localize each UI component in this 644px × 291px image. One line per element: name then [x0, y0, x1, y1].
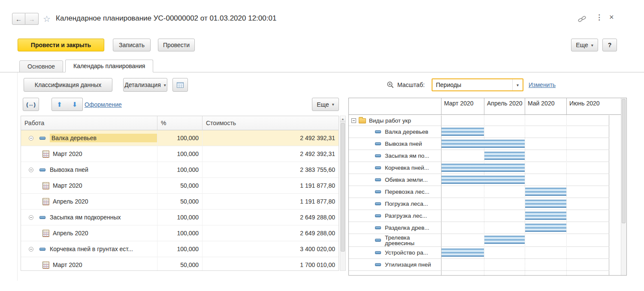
gantt-row[interactable]: Устройство ра...	[349, 247, 609, 259]
table-row[interactable]: Апрель 2020 100,000 2 649 288,00	[21, 225, 339, 241]
gantt-root-row[interactable]: Виды работ укр	[349, 115, 609, 126]
gantt-bar[interactable]	[441, 140, 525, 148]
change-link[interactable]: Изменить	[529, 81, 556, 88]
gantt-row[interactable]: Погрузка леса...	[349, 198, 609, 210]
set-interval-button[interactable]: (↔)	[23, 98, 39, 111]
gantt-row[interactable]: Трелевка древесины	[349, 234, 609, 247]
favorite-star-icon[interactable]: ☆	[43, 14, 51, 24]
gantt-bar[interactable]	[484, 152, 525, 160]
gantt-row[interactable]: Утилизация пней	[349, 259, 609, 271]
gantt-bar[interactable]	[441, 249, 484, 257]
column-header-cost[interactable]: Стоимость	[203, 116, 339, 130]
formatting-link[interactable]: Оформление	[85, 101, 122, 108]
back-button[interactable]: ←	[12, 13, 25, 25]
titlebar: ← → ☆ Календарное планирование УС-000000…	[0, 12, 644, 27]
table-view-button[interactable]	[172, 78, 188, 92]
collapse-box-icon[interactable]	[351, 118, 356, 123]
column-header-pct[interactable]: %	[157, 116, 203, 130]
table-row[interactable]: Валка деревьев 100,000 2 492 392,31	[21, 130, 339, 146]
gantt-task-label: Утилизация пней	[385, 261, 431, 268]
table-row[interactable]: Март 2020 50,000 1 191 877,80	[21, 178, 339, 194]
scroll-up-icon[interactable]: ▲	[340, 116, 345, 122]
scrollbar-thumb[interactable]	[341, 123, 345, 252]
collapse-icon[interactable]	[29, 136, 33, 141]
collapse-icon[interactable]	[29, 247, 33, 252]
left-panel-toolbar: (↔) ⬆ ⬇ Оформление Еще▾	[0, 98, 348, 111]
save-button[interactable]: Записать	[113, 39, 151, 51]
work-dash-icon	[375, 239, 381, 242]
gantt-month-header: Март 2020	[441, 98, 484, 114]
gantt-bar[interactable]	[525, 200, 566, 208]
gantt-row[interactable]: Вывозка пней	[349, 138, 609, 150]
data-classification-button[interactable]: Классификация данных	[24, 78, 112, 92]
scrollbar-thumb[interactable]	[622, 99, 626, 223]
collapse-icon[interactable]	[29, 168, 33, 172]
gantt-row[interactable]: Корчевка пней...	[349, 162, 609, 174]
gantt-row[interactable]: Разделка древ...	[349, 222, 609, 234]
close-icon[interactable]: ×	[609, 13, 614, 22]
gantt-row[interactable]: Валка деревьев	[349, 126, 609, 138]
combo-dropdown-button[interactable]: ▾	[512, 79, 523, 90]
pct-cell: 100,000	[157, 241, 203, 257]
table-header: Работа % Стоимость	[21, 116, 339, 130]
cost-cell: 3 400 020,00	[203, 241, 339, 257]
gantt-body: Виды работ укр Валка деревьев Вывозка пн…	[349, 115, 626, 276]
table-row[interactable]: Корчевка пней в грунтах ест... 100,000 3…	[21, 241, 339, 257]
detail-button[interactable]: Детализация▾	[123, 78, 167, 92]
work-dash-icon	[39, 168, 45, 171]
panel-more-button[interactable]: Еще▾	[312, 98, 339, 111]
gantt-bar[interactable]	[441, 176, 525, 184]
table-row[interactable]: Апрель 2020 50,000 1 191 877,80	[21, 194, 339, 210]
help-button[interactable]: ?	[602, 39, 617, 51]
work-label: Засыпка ям подкоренных	[50, 214, 121, 221]
panel-more-label: Еще	[317, 101, 329, 108]
kebab-menu-icon[interactable]: ⋮	[596, 13, 603, 22]
gantt-row[interactable]: Засыпка ям по...	[349, 150, 609, 162]
cost-cell: 2 492 392,31	[203, 146, 339, 162]
move-down-button[interactable]: ⬇	[67, 98, 83, 111]
gantt-row[interactable]: Обивка земли...	[349, 174, 609, 186]
cost-cell: 1 700 010,00	[203, 257, 339, 271]
more-button[interactable]: Еще▾	[571, 39, 598, 51]
tab-main[interactable]: Основное	[19, 60, 63, 72]
table-scrollbar[interactable]: ▲	[340, 116, 346, 271]
document-window: ← → ☆ Календарное планирование УС-000000…	[0, 0, 644, 291]
main-toolbar: Провести и закрыть Записать Провести Еще…	[0, 39, 644, 51]
gantt-task-label: Погрузка леса...	[385, 201, 428, 207]
gantt-row[interactable]: Разгрузка лес...	[349, 210, 609, 222]
work-label: Корчевка пней в грунтах ест...	[50, 246, 133, 252]
sub-toolbar: Классификация данных Детализация▾ Масшта…	[0, 78, 644, 92]
cost-cell: 2 649 288,00	[203, 210, 339, 225]
get-link-icon[interactable]	[577, 14, 587, 24]
work-label: Вывозка пней	[50, 166, 88, 173]
gantt-bar[interactable]	[525, 224, 566, 232]
gantt-task-label: Корчевка пней...	[385, 165, 429, 171]
column-header-work[interactable]: Работа	[21, 116, 157, 130]
gantt-bar[interactable]	[525, 188, 566, 196]
chevron-down-icon: ▾	[591, 43, 593, 48]
work-dash-icon	[375, 166, 381, 169]
work-label: Валка деревьев	[50, 134, 157, 142]
gantt-month-header: Май 2020	[525, 98, 566, 114]
gantt-bar[interactable]	[441, 164, 525, 172]
scale-combobox[interactable]: Периоды ▾	[432, 78, 523, 91]
gantt-bar[interactable]	[484, 236, 525, 244]
table-row[interactable]: Март 2020 50,000 1 700 010,00	[21, 257, 339, 271]
post-and-close-button[interactable]: Провести и закрыть	[18, 39, 104, 51]
table-row[interactable]: Вывозка пней 100,000 2 383 755,60	[21, 162, 339, 178]
post-button[interactable]: Провести	[158, 39, 195, 51]
forward-button[interactable]: →	[25, 13, 39, 25]
gantt-bar[interactable]	[441, 128, 484, 136]
move-up-button[interactable]: ⬆	[51, 98, 67, 111]
zoom-in-icon	[387, 81, 394, 89]
gantt-row[interactable]: Перевозка лес...	[349, 186, 609, 198]
table-row[interactable]: Засыпка ям подкоренных 100,000 2 649 288…	[21, 210, 339, 225]
detail-label: Детализация	[124, 81, 160, 88]
gantt-month-header: Июнь 2020	[566, 98, 609, 114]
tab-calendar-planning[interactable]: Календарь планирования	[65, 60, 153, 72]
gantt-bar[interactable]	[525, 212, 566, 220]
gantt-header-labels	[349, 98, 441, 114]
collapse-icon[interactable]	[29, 215, 33, 220]
table-row[interactable]: Март 2020 100,000 2 492 392,31	[21, 146, 339, 162]
gantt-scrollbar[interactable]	[621, 98, 626, 275]
